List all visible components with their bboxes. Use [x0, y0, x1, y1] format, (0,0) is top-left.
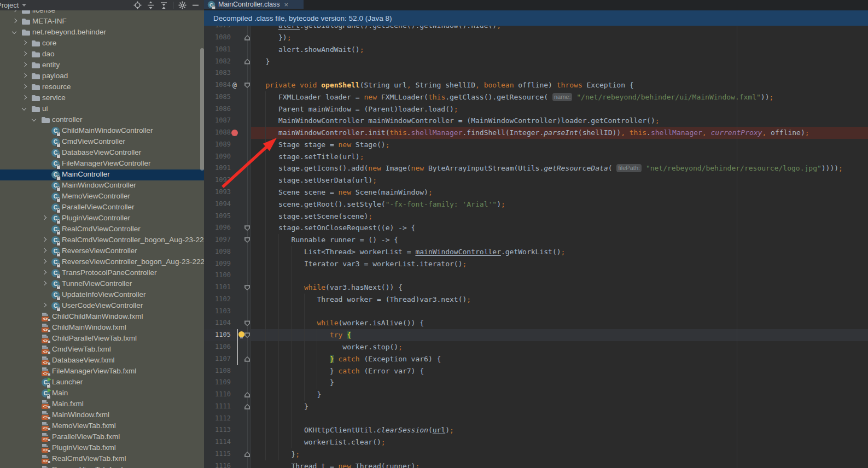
fold-end-icon[interactable]	[244, 404, 250, 410]
breakpoint-icon[interactable]	[231, 130, 238, 136]
tree-item-mainwindow-fxml[interactable]: <>MainWindow.fxml	[0, 410, 204, 421]
chevron-expanded-icon[interactable]	[32, 117, 37, 122]
tree-item-childchildmainwindow-fxml[interactable]: <>ChildChildMainWindow.fxml	[0, 312, 204, 323]
tree-item-mainwindowcontroller[interactable]: CMainWindowController	[0, 180, 204, 191]
expand-all-icon[interactable]	[147, 1, 155, 9]
chevron-collapsed-icon[interactable]	[42, 237, 47, 243]
code-line-1090[interactable]: 1090 stage.setTitle(url);	[204, 151, 868, 163]
chevron-collapsed-icon[interactable]	[22, 73, 27, 79]
tree-item-maincontroller[interactable]: CMainController	[0, 169, 204, 180]
tree-item-tunnelviewcontroller[interactable]: CTunnelViewController	[0, 279, 204, 290]
code-line-1092[interactable]: 1092 stage.setUserData(url);	[204, 174, 868, 186]
fold-start-icon[interactable]	[244, 237, 250, 243]
tree-item-controller[interactable]: controller	[0, 115, 204, 126]
tree-item-transprotocolpanecontroller[interactable]: CTransProtocolPaneController	[0, 268, 204, 279]
code-line-1101[interactable]: 1101 while(var3.hasNext()) {	[204, 282, 868, 294]
fold-end-icon[interactable]	[244, 35, 250, 40]
chevron-collapsed-icon[interactable]	[22, 84, 27, 90]
code-line-1091[interactable]: 1091 stage.getIcons().add(new Image(new …	[204, 162, 868, 174]
tree-item-pluginviewtab-fxml[interactable]: <>PluginViewTab.fxml	[0, 443, 204, 454]
chevron-collapsed-icon[interactable]	[22, 95, 27, 101]
locate-icon[interactable]	[133, 1, 142, 9]
fold-start-icon[interactable]	[244, 83, 250, 88]
fold-end-icon[interactable]	[244, 59, 250, 65]
code-line-1097[interactable]: 1097 Runnable runner = () -> {	[204, 234, 868, 246]
code-line-1111[interactable]: 1111 }	[204, 401, 868, 413]
fold-start-icon[interactable]	[244, 225, 250, 231]
code-line-1086[interactable]: 1086 Parent mainWindow = (Parent)loader.…	[204, 103, 868, 115]
code-line-1082[interactable]: 1082 }	[204, 56, 868, 68]
chevron-collapsed-icon[interactable]	[12, 19, 18, 24]
tree-item-main-fxml[interactable]: <>Main.fxml	[0, 399, 204, 410]
chevron-expanded-icon[interactable]	[12, 30, 18, 35]
code-line-1108[interactable]: 1108 } catch (Error var7) {	[204, 365, 868, 377]
code-line-1116[interactable]: 1116 Thread t = new Thread(runner);	[204, 460, 868, 468]
tree-item-net-rebeyond-behinder[interactable]: net.rebeyond.behinder	[0, 27, 204, 38]
chevron-collapsed-icon[interactable]	[22, 40, 27, 46]
chevron-collapsed-icon[interactable]	[42, 303, 47, 308]
code-line-1104[interactable]: 1104 while(worker.isAlive()) {	[204, 317, 868, 329]
code-line-1084[interactable]: 1084@ private void openShell(String url,…	[204, 79, 868, 91]
code-line-1113[interactable]: 1113 OKHttpClientUtil.clearSession(url);	[204, 424, 868, 436]
code-line-1115[interactable]: 1115 };	[204, 448, 868, 460]
tree-item-filemanagerviewtab-fxml[interactable]: <>FileManagerViewTab.fxml	[0, 366, 204, 377]
fold-end-icon[interactable]	[244, 452, 250, 457]
chevron-down-icon[interactable]	[22, 4, 26, 7]
tree-item-meta-inf[interactable]: META-INF	[0, 16, 204, 27]
tree-item-childmainwindowcontroller[interactable]: CChildMainWindowController	[0, 126, 204, 137]
fold-start-icon[interactable]	[244, 332, 250, 338]
fold-end-icon[interactable]	[244, 392, 250, 397]
tree-item-reverseviewcontroller-bogon-aug-23-222659[interactable]: CReverseViewController_bogon_Aug-23-2226…	[0, 257, 204, 268]
code-line-1080[interactable]: 1080 });	[204, 32, 868, 44]
tree-item-pluginviewcontroller[interactable]: CPluginViewController	[0, 213, 204, 224]
tree-item-realcmdviewcontroller[interactable]: CRealCmdViewController	[0, 224, 204, 235]
code-line-1088[interactable]: 1088 mainWindowController.init(this.shel…	[204, 127, 868, 139]
tree-item-parallelviewcontroller[interactable]: CParallelViewController	[0, 202, 204, 213]
fold-start-icon[interactable]	[244, 285, 250, 290]
code-line-1114[interactable]: 1114 workerList.clear();	[204, 436, 868, 448]
chevron-collapsed-icon[interactable]	[22, 62, 27, 68]
tree-item-memoviewcontroller[interactable]: CMemoViewController	[0, 191, 204, 202]
code-line-1110[interactable]: 1110 }	[204, 389, 868, 401]
code-line-1098[interactable]: 1098 List<Thread> workerList = mainWindo…	[204, 246, 868, 258]
code-line-1107[interactable]: 1107 } catch (Exception var6) {	[204, 353, 868, 365]
tree-item-cmdviewcontroller[interactable]: CCmdViewController	[0, 137, 204, 148]
chevron-collapsed-icon[interactable]	[42, 270, 47, 276]
tree-item-memoviewtab-fxml[interactable]: <>MemoViewTab.fxml	[0, 421, 204, 432]
chevron-collapsed-icon[interactable]	[22, 51, 27, 57]
code-line-1083[interactable]: 1083	[204, 67, 868, 79]
tree-item-databaseview-fxml[interactable]: <>DatabaseView.fxml	[0, 355, 204, 366]
project-tool-window-title[interactable]: Project	[0, 1, 19, 9]
tree-item-main[interactable]: CMain	[0, 388, 204, 399]
tree-item-reverseviewtab-fxml[interactable]: <>ReverseViewTab.fxml	[0, 465, 204, 468]
tree-item-launcher[interactable]: CLauncher	[0, 377, 204, 388]
close-icon[interactable]: ×	[284, 1, 289, 9]
project-tree-scrollbar[interactable]	[200, 48, 204, 171]
code-line-1081[interactable]: 1081 alert.showAndWait();	[204, 44, 868, 56]
settings-gear-icon[interactable]	[178, 1, 187, 9]
tree-item-realcmdviewtab-fxml[interactable]: <>RealCmdViewTab.fxml	[0, 454, 204, 465]
code-line-1095[interactable]: 1095 stage.setScene(scene);	[204, 210, 868, 223]
chevron-expanded-icon[interactable]	[22, 106, 27, 112]
tree-item-filemanagerviewcontroller[interactable]: CFileManagerViewController	[0, 159, 204, 169]
code-line-1085[interactable]: 1085 FXMLLoader loader = new FXMLLoader(…	[204, 91, 868, 103]
code-line-1089[interactable]: 1089 Stage stage = new Stage();	[204, 139, 868, 151]
tree-item-childparallelviewtab-fxml[interactable]: <>ChildParallelViewTab.fxml	[0, 334, 204, 344]
code-line-1094[interactable]: 1094 scene.getRoot().setStyle("-fx-font-…	[204, 198, 868, 210]
tree-item-updateinfoviewcontroller[interactable]: CUpdateInfoViewController	[0, 290, 204, 301]
chevron-collapsed-icon[interactable]	[42, 281, 47, 286]
tree-item-childmainwindow-fxml[interactable]: <>ChildMainWindow.fxml	[0, 323, 204, 334]
code-line-1100[interactable]: 1100	[204, 270, 868, 282]
code-line-1106[interactable]: 1106 worker.stop();	[204, 341, 868, 353]
tree-item-usercodeviewcontroller[interactable]: CUserCodeViewController	[0, 301, 204, 312]
chevron-collapsed-icon[interactable]	[42, 259, 47, 265]
tree-item-entity[interactable]: entity	[0, 60, 204, 71]
tree-item-service[interactable]: service	[0, 93, 204, 104]
code-line-1093[interactable]: 1093 Scene scene = new Scene(mainWindow)…	[204, 186, 868, 198]
code-line-1096[interactable]: 1096 stage.setOnCloseRequest((e) -> {	[204, 222, 868, 234]
code-line-1109[interactable]: 1109 }	[204, 377, 868, 389]
tree-item-core[interactable]: core	[0, 38, 204, 49]
chevron-collapsed-icon[interactable]	[42, 248, 47, 254]
tab-maincontroller-class[interactable]: C MainController.class ×	[204, 0, 304, 9]
fold-end-icon[interactable]	[244, 356, 250, 362]
